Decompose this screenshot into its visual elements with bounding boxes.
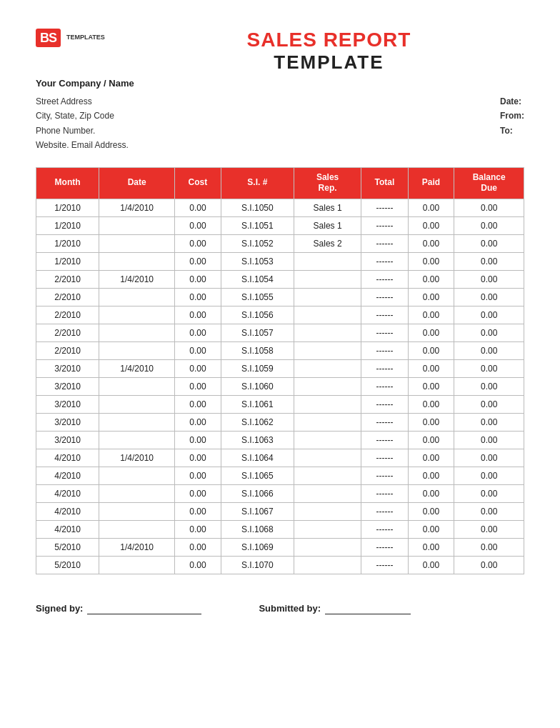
- table-cell: 0.00: [408, 359, 454, 377]
- table-cell: 0.00: [454, 216, 524, 234]
- table-cell: 0.00: [175, 234, 221, 252]
- table-cell: 0.00: [408, 449, 454, 467]
- table-cell: [294, 341, 361, 359]
- table-body: 1/20101/4/20100.00S.I.1050Sales 1------0…: [36, 199, 524, 574]
- table-row: 3/20100.00S.I.1062------0.000.00: [36, 413, 524, 431]
- table-cell: ------: [361, 502, 409, 520]
- table-row: 4/20100.00S.I.1067------0.000.00: [36, 502, 524, 520]
- table-cell: 2/2010: [36, 270, 99, 288]
- date-field: Date:: [500, 94, 524, 109]
- table-cell: 4/2010: [36, 484, 99, 502]
- table-cell: 4/2010: [36, 502, 99, 520]
- table-cell: S.I.1053: [221, 252, 294, 270]
- table-cell: 0.00: [175, 538, 221, 556]
- table-row: 4/20100.00S.I.1065------0.000.00: [36, 467, 524, 484]
- table-cell: S.I.1068: [221, 520, 294, 538]
- table-cell: 0.00: [454, 377, 524, 395]
- table-cell: 0.00: [408, 306, 454, 324]
- table-cell: ------: [361, 324, 409, 341]
- table-cell: S.I.1062: [221, 413, 294, 431]
- table-cell: 0.00: [454, 556, 524, 574]
- table-cell: [99, 556, 175, 574]
- table-cell: [99, 234, 175, 252]
- table-cell: 5/2010: [36, 538, 99, 556]
- table-cell: 1/2010: [36, 252, 99, 270]
- table-cell: S.I.1054: [221, 270, 294, 288]
- table-cell: S.I.1050: [221, 199, 294, 216]
- table-cell: 0.00: [408, 234, 454, 252]
- table-cell: 0.00: [454, 431, 524, 449]
- table-cell: S.I.1065: [221, 467, 294, 484]
- table-cell: 5/2010: [36, 556, 99, 574]
- table-row: 2/20100.00S.I.1057------0.000.00: [36, 324, 524, 341]
- table-cell: ------: [361, 520, 409, 538]
- table-cell: 0.00: [454, 413, 524, 431]
- table-cell: 0.00: [408, 556, 454, 574]
- table-cell: 2/2010: [36, 306, 99, 324]
- table-cell: 0.00: [175, 216, 221, 234]
- table-cell: 0.00: [175, 556, 221, 574]
- table-cell: S.I.1061: [221, 395, 294, 413]
- table-cell: ------: [361, 270, 409, 288]
- table-cell: 0.00: [175, 431, 221, 449]
- table-row: 2/20100.00S.I.1058------0.000.00: [36, 341, 524, 359]
- table-cell: [99, 395, 175, 413]
- table-cell: Sales 1: [294, 199, 361, 216]
- sales-table: Month Date Cost S.I. # SalesRep. Total P…: [36, 167, 524, 574]
- table-cell: 0.00: [175, 270, 221, 288]
- table-row: 5/20101/4/20100.00S.I.1069------0.000.00: [36, 538, 524, 556]
- table-row: 2/20100.00S.I.1056------0.000.00: [36, 306, 524, 324]
- table-cell: [99, 467, 175, 484]
- table-cell: 1/2010: [36, 199, 99, 216]
- table-cell: 0.00: [454, 502, 524, 520]
- col-paid: Paid: [408, 167, 454, 199]
- table-cell: [294, 431, 361, 449]
- table-cell: [99, 377, 175, 395]
- table-cell: 0.00: [408, 288, 454, 306]
- table-cell: 0.00: [175, 324, 221, 341]
- table-cell: [294, 556, 361, 574]
- logo-area: BS TEMPLATES: [36, 29, 105, 47]
- table-row: 2/20100.00S.I.1055------0.000.00: [36, 288, 524, 306]
- table-cell: S.I.1052: [221, 234, 294, 252]
- sales-report-title: SALES REPORT: [134, 29, 524, 51]
- table-cell: [294, 306, 361, 324]
- table-cell: 0.00: [454, 395, 524, 413]
- table-cell: 0.00: [454, 270, 524, 288]
- logo-box: BS: [36, 29, 61, 47]
- table-cell: 0.00: [454, 538, 524, 556]
- table-cell: 0.00: [175, 359, 221, 377]
- table-cell: 0.00: [454, 252, 524, 270]
- table-cell: ------: [361, 306, 409, 324]
- table-cell: Sales 1: [294, 216, 361, 234]
- table-cell: 1/4/2010: [99, 199, 175, 216]
- table-cell: 3/2010: [36, 413, 99, 431]
- table-cell: [99, 431, 175, 449]
- table-cell: 0.00: [408, 538, 454, 556]
- submitted-by-line: [325, 603, 411, 614]
- footer-signatures: Signed by: Submitted by:: [36, 603, 524, 614]
- table-cell: 0.00: [175, 449, 221, 467]
- city-state: City, State, Zip Code: [36, 109, 129, 123]
- table-cell: [99, 341, 175, 359]
- table-cell: 0.00: [408, 341, 454, 359]
- table-cell: ------: [361, 199, 409, 216]
- table-cell: [294, 413, 361, 431]
- col-month: Month: [36, 167, 99, 199]
- table-row: 5/20100.00S.I.1070------0.000.00: [36, 556, 524, 574]
- table-cell: S.I.1051: [221, 216, 294, 234]
- table-cell: 0.00: [175, 288, 221, 306]
- table-cell: 0.00: [408, 431, 454, 449]
- table-cell: 1/4/2010: [99, 449, 175, 467]
- col-cost: Cost: [175, 167, 221, 199]
- table-cell: [294, 520, 361, 538]
- table-cell: ------: [361, 252, 409, 270]
- date-block: Date: From: To:: [500, 94, 524, 153]
- to-field: To:: [500, 124, 524, 138]
- table-cell: 3/2010: [36, 395, 99, 413]
- header: BS TEMPLATES SALES REPORT TEMPLATE: [36, 29, 524, 74]
- table-cell: ------: [361, 431, 409, 449]
- info-row: Street Address City, State, Zip Code Pho…: [36, 94, 524, 153]
- phone: Phone Number.: [36, 124, 129, 138]
- table-cell: 1/4/2010: [99, 359, 175, 377]
